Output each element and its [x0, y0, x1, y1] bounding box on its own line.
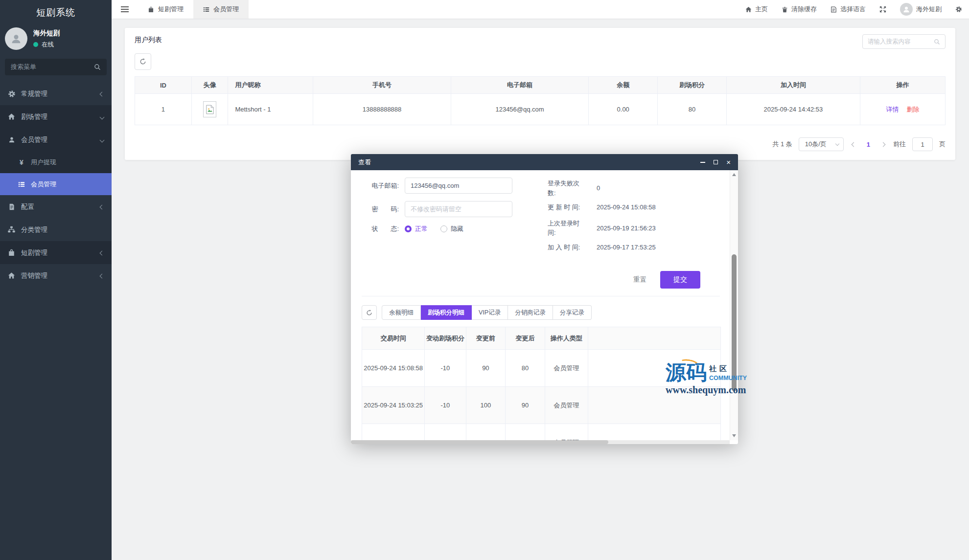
next-page-button[interactable] [879, 143, 887, 146]
sidebar-item-config[interactable]: 配置 [0, 195, 112, 218]
cell-actions: 详情删除 [860, 94, 946, 125]
sidebar-item-member-manage[interactable]: 会员管理 [0, 173, 112, 195]
tab-points-detail[interactable]: 剧场积分明细 [421, 305, 472, 320]
tab-distributor-record[interactable]: 分销商记录 [508, 305, 553, 320]
detail-tabs: 余额明细 剧场积分明细 VIP记录 分销商记录 分享记录 [382, 305, 592, 320]
maximize-icon[interactable] [714, 160, 718, 164]
table-row: 2025-09-24 15:03:25 -10 100 90 会员管理 [362, 387, 721, 424]
current-page[interactable]: 1 [864, 141, 873, 148]
chevron-left-icon [100, 90, 104, 97]
home-icon [7, 272, 16, 279]
app-title: 短剧系统 [0, 0, 112, 24]
page-unit: 页 [939, 140, 946, 149]
navbar-user-menu[interactable]: 海外短剧 [893, 0, 948, 19]
cell-balance: 0.00 [589, 94, 658, 125]
page-title: 用户列表 [135, 35, 946, 45]
sidebar-search-placeholder: 搜索菜单 [11, 63, 36, 71]
password-field[interactable] [405, 201, 512, 217]
modal-refresh-button[interactable] [362, 305, 377, 320]
sidebar-item-user-withdraw[interactable]: ¥ 用户提现 [0, 151, 112, 173]
scrollbar-thumb[interactable] [732, 254, 737, 391]
sidebar-toggle-button[interactable] [112, 0, 138, 19]
view-modal: 查看 × 电子邮箱: 密 码: [351, 154, 738, 444]
cell-email: 123456@qq.com [451, 94, 589, 125]
fullscreen-button[interactable] [873, 0, 893, 19]
prev-page-button[interactable] [850, 143, 857, 146]
modal-horizontal-scrollbar[interactable] [351, 440, 730, 444]
user-name: 海外短剧 [33, 29, 60, 38]
home-button[interactable]: 主页 [738, 0, 775, 19]
table-header-row: 交易时间 变动剧场积分 变更前 变更后 操作人类型 [362, 327, 721, 350]
tab-member-manage[interactable]: 会员管理 [193, 0, 249, 19]
search-icon [934, 39, 940, 45]
sidebar-menu-search-input[interactable]: 搜索菜单 [5, 59, 107, 75]
delete-link[interactable]: 删除 [907, 106, 920, 113]
login-fail-label: 登录失败次数: [548, 179, 586, 198]
table-header-row: ID 头像 用户昵称 手机号 电子邮箱 余额 剧场积分 加入时间 操作 [135, 77, 946, 94]
table-row: 1 Mettshort - 1 13888888888 123456@qq.co… [135, 94, 946, 125]
status-radio-hidden[interactable]: 隐藏 [440, 224, 463, 233]
chevron-left-icon [100, 249, 104, 256]
user-table: ID 头像 用户昵称 手机号 电子邮箱 余额 剧场积分 加入时间 操作 1 [135, 76, 946, 125]
chevron-down-icon [835, 141, 839, 145]
detail-link[interactable]: 详情 [886, 106, 899, 113]
chevron-left-icon [100, 203, 104, 210]
sidebar-item-marketing[interactable]: 营销管理 [0, 264, 112, 287]
goto-page-input[interactable] [912, 137, 933, 151]
tab-drama-manage[interactable]: 短剧管理 [138, 0, 193, 19]
sidebar-item-member[interactable]: 会员管理 [0, 128, 112, 151]
radio-unselected-icon [440, 225, 447, 232]
tab-vip-record[interactable]: VIP记录 [472, 305, 508, 320]
list-icon [203, 6, 209, 13]
password-label: 密 码: [362, 205, 405, 214]
sidebar-item-general[interactable]: 常规管理 [0, 82, 112, 105]
tab-balance-detail[interactable]: 余额明细 [382, 305, 421, 320]
home-icon [7, 113, 16, 120]
goto-label: 前往 [893, 140, 906, 149]
sidebar-item-category[interactable]: 分类管理 [0, 218, 112, 241]
modal-vertical-scrollbar[interactable] [730, 170, 738, 440]
cell-nickname: Mettshort - 1 [228, 94, 313, 125]
cell-id: 1 [135, 94, 192, 125]
search-icon [94, 64, 101, 70]
file-icon [7, 203, 16, 210]
gears-icon [7, 90, 16, 98]
scroll-down-arrow-icon[interactable] [732, 434, 736, 437]
radio-selected-icon [405, 225, 412, 232]
reset-button[interactable]: 重置 [633, 275, 646, 284]
hamburger-icon [121, 5, 129, 14]
search-placeholder: 请输入搜索内容 [868, 38, 911, 46]
sidebar-item-drama[interactable]: 短剧管理 [0, 241, 112, 264]
points-detail-table: 交易时间 变动剧场积分 变更前 变更后 操作人类型 2025-09-24 15:… [362, 327, 721, 444]
sidebar-item-theater[interactable]: 剧场管理 [0, 105, 112, 128]
modal-header[interactable]: 查看 × [351, 154, 738, 170]
cell-join-time: 2025-09-24 14:42:53 [726, 94, 860, 125]
scrollbar-thumb[interactable] [351, 440, 608, 444]
tab-share-record[interactable]: 分享记录 [553, 305, 592, 320]
clear-cache-button[interactable]: 清除缓存 [775, 0, 824, 19]
refresh-icon [139, 58, 146, 65]
email-field[interactable] [405, 178, 512, 194]
user-status: 在线 [42, 41, 54, 49]
search-input[interactable]: 请输入搜索内容 [862, 34, 946, 49]
status-radio-normal[interactable]: 正常 [405, 224, 428, 233]
fullscreen-icon [879, 6, 886, 13]
minimize-icon[interactable] [700, 162, 705, 163]
select-language-button[interactable]: 选择语言 [824, 0, 873, 19]
sidebar: 短剧系统 海外短剧 在线 搜索菜单 常规管理 剧场管理 会员管理 [0, 0, 112, 560]
scroll-up-arrow-icon[interactable] [732, 173, 736, 176]
join-time-value: 2025-09-17 17:53:25 [597, 244, 656, 251]
language-icon [831, 6, 837, 13]
broken-image-icon [203, 101, 216, 117]
refresh-button[interactable] [135, 53, 151, 70]
settings-button[interactable] [948, 0, 969, 19]
gear-icon [955, 6, 962, 13]
last-login-label: 上次登录时间: [548, 219, 586, 238]
table-row: 2025-09-24 15:08:58 -10 90 80 会员管理 [362, 350, 721, 387]
user-avatar[interactable] [5, 27, 27, 50]
submit-button[interactable]: 提交 [660, 271, 700, 289]
navbar-user-name: 海外短剧 [916, 5, 942, 14]
close-icon[interactable]: × [726, 158, 731, 166]
page-size-select[interactable]: 10条/页 [799, 137, 844, 151]
join-time-label: 加 入 时 间: [548, 243, 586, 252]
